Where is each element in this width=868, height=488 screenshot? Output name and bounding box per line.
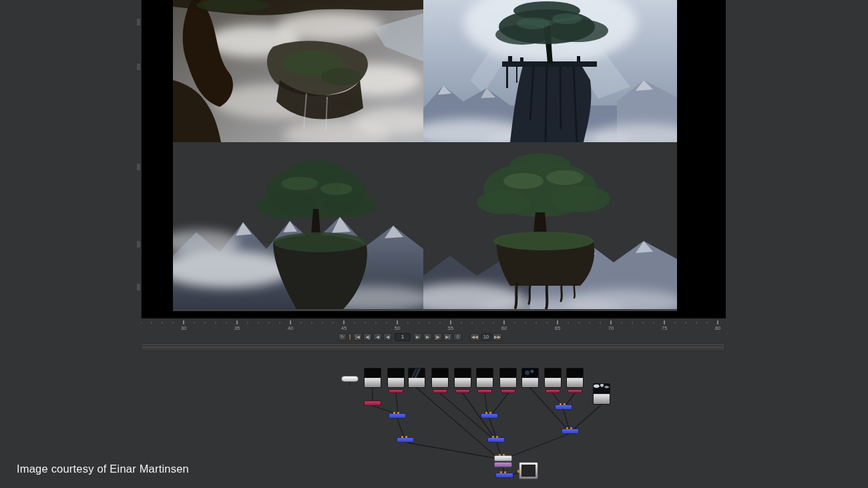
node-input-dot <box>405 436 407 438</box>
shuffle-9-node[interactable] <box>546 389 560 393</box>
merge-3-node[interactable] <box>555 405 572 410</box>
node-input-dot <box>566 427 568 429</box>
read-5-node[interactable] <box>454 368 471 388</box>
shuffle-6-node[interactable] <box>477 389 492 393</box>
read-11-node[interactable] <box>593 383 610 405</box>
grade-1-node[interactable] <box>364 401 381 406</box>
shuffle-4-node[interactable] <box>433 389 447 393</box>
read-8-node[interactable] <box>521 368 539 388</box>
node-graph[interactable] <box>0 0 868 488</box>
node-input-dot <box>564 403 566 405</box>
node-input-dot <box>560 403 562 405</box>
read-6-node[interactable] <box>476 368 493 388</box>
read-1-node[interactable] <box>364 368 381 388</box>
node-input-dot <box>489 412 491 414</box>
node-input-dot <box>503 454 505 456</box>
node-input-dot <box>496 436 498 438</box>
shuffle-5-node[interactable] <box>455 389 470 393</box>
copy-node-node[interactable] <box>494 455 512 461</box>
node-input-dot <box>393 412 395 414</box>
viewer-input-dot <box>517 470 520 473</box>
merge-final-node[interactable] <box>495 473 513 478</box>
read-2-node[interactable] <box>387 368 405 388</box>
read-11-thumbnail <box>594 384 610 394</box>
image-credit-caption: Image courtesy of Einar Martinsen <box>17 463 189 475</box>
grade-final-node[interactable] <box>494 462 512 467</box>
read-3-thumbnail <box>409 369 425 378</box>
shuffle-10-node[interactable] <box>568 389 582 393</box>
application-window: 3035404550556065707580 ↻||◀◀|◀◀1▶▶|▶▶|0◀… <box>0 0 868 488</box>
merge-1-node[interactable] <box>389 413 406 419</box>
merge-6-node[interactable] <box>562 429 579 434</box>
read-7-node[interactable] <box>499 368 517 388</box>
read-8-thumbnail <box>522 369 538 378</box>
merge-5-node[interactable] <box>487 437 505 443</box>
merge-2-node[interactable] <box>481 413 498 419</box>
read-3-node[interactable] <box>408 368 425 388</box>
dot-pill-node[interactable] <box>341 376 359 382</box>
read-9-node[interactable] <box>544 368 562 388</box>
node-input-dot <box>401 436 403 438</box>
shuffle-2-node[interactable] <box>389 389 403 393</box>
read-4-node[interactable] <box>431 368 449 388</box>
node-input-dot <box>500 471 502 473</box>
node-wires <box>0 0 868 488</box>
node-input-dot <box>397 412 399 414</box>
viewer-node-screen <box>521 465 535 477</box>
merge-4-node[interactable] <box>397 437 414 443</box>
shuffle-7-node[interactable] <box>501 389 515 393</box>
read-10-node[interactable] <box>566 368 584 388</box>
viewer-node-node[interactable] <box>519 462 538 479</box>
node-input-dot <box>499 454 501 456</box>
node-input-dot <box>485 412 487 414</box>
node-input-dot <box>492 436 494 438</box>
node-input-dot <box>570 427 572 429</box>
node-input-dot <box>504 471 506 473</box>
